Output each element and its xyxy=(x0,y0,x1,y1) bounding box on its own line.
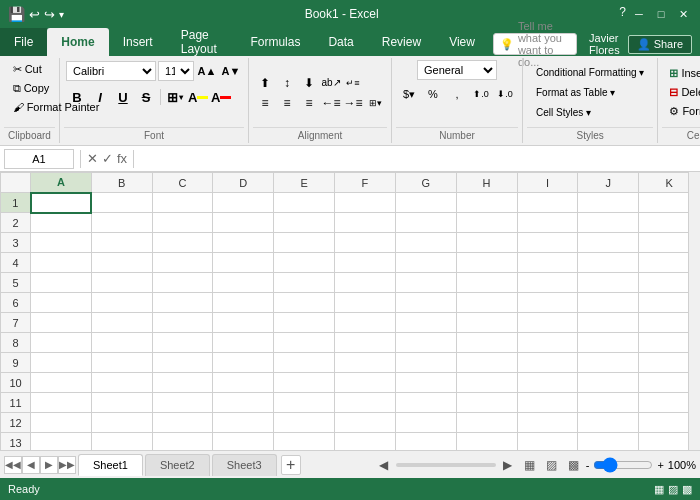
cell-F8[interactable] xyxy=(335,333,396,353)
cell-B12[interactable] xyxy=(91,413,152,433)
col-header-i[interactable]: I xyxy=(517,173,578,193)
cell-C8[interactable] xyxy=(152,333,213,353)
cell-J2[interactable] xyxy=(578,213,639,233)
orientation-button[interactable]: ab↗ xyxy=(321,74,341,92)
name-box[interactable] xyxy=(4,149,74,169)
cell-H10[interactable] xyxy=(456,373,517,393)
cell-D12[interactable] xyxy=(213,413,274,433)
cell-E8[interactable] xyxy=(274,333,335,353)
cell-G7[interactable] xyxy=(395,313,456,333)
quick-access-toolbar[interactable]: 💾 ↩ ↪ ▾ xyxy=(8,6,64,22)
cell-C5[interactable] xyxy=(152,273,213,293)
cell-H13[interactable] xyxy=(456,433,517,451)
cell-A1[interactable] xyxy=(31,193,92,213)
tab-file[interactable]: File xyxy=(0,28,47,56)
cell-J1[interactable] xyxy=(578,193,639,213)
cell-C1[interactable] xyxy=(152,193,213,213)
cell-A3[interactable] xyxy=(31,233,92,253)
cell-A11[interactable] xyxy=(31,393,92,413)
cell-F5[interactable] xyxy=(335,273,396,293)
col-header-g[interactable]: G xyxy=(395,173,456,193)
cell-I6[interactable] xyxy=(517,293,578,313)
vertical-scrollbar[interactable] xyxy=(688,172,700,450)
scroll-left-button[interactable]: ◀ xyxy=(374,455,394,475)
cell-F4[interactable] xyxy=(335,253,396,273)
decrease-font-button[interactable]: A▼ xyxy=(220,60,242,82)
cell-A2[interactable] xyxy=(31,213,92,233)
cell-B8[interactable] xyxy=(91,333,152,353)
cell-G8[interactable] xyxy=(395,333,456,353)
cell-H12[interactable] xyxy=(456,413,517,433)
format-button[interactable]: ⚙ Format ▾ xyxy=(664,103,700,121)
cell-A12[interactable] xyxy=(31,413,92,433)
center-align-button[interactable]: ≡ xyxy=(277,94,297,112)
col-header-f[interactable]: F xyxy=(335,173,396,193)
cell-D13[interactable] xyxy=(213,433,274,451)
cell-A13[interactable] xyxy=(31,433,92,451)
left-align-button[interactable]: ≡ xyxy=(255,94,275,112)
scroll-right-button[interactable]: ▶ xyxy=(498,455,518,475)
cell-A4[interactable] xyxy=(31,253,92,273)
cell-E3[interactable] xyxy=(274,233,335,253)
italic-button[interactable]: I xyxy=(89,86,111,108)
cell-F3[interactable] xyxy=(335,233,396,253)
share-button[interactable]: 👤 Share xyxy=(628,35,692,54)
cell-F1[interactable] xyxy=(335,193,396,213)
page-break-view-button[interactable]: ▩ xyxy=(564,455,584,475)
cell-C10[interactable] xyxy=(152,373,213,393)
currency-button[interactable]: $▾ xyxy=(398,84,420,104)
tell-me-input[interactable]: 💡 Tell me what you want to do... xyxy=(493,33,577,55)
zoom-slider[interactable] xyxy=(593,457,653,473)
cell-F10[interactable] xyxy=(335,373,396,393)
cell-styles-button[interactable]: Cell Styles ▾ xyxy=(529,104,651,122)
cell-B11[interactable] xyxy=(91,393,152,413)
cell-B7[interactable] xyxy=(91,313,152,333)
cell-I2[interactable] xyxy=(517,213,578,233)
add-sheet-button[interactable]: + xyxy=(281,455,301,475)
cell-G12[interactable] xyxy=(395,413,456,433)
cell-E5[interactable] xyxy=(274,273,335,293)
formula-input[interactable] xyxy=(140,153,696,165)
percent-button[interactable]: % xyxy=(422,84,444,104)
increase-decimal-button[interactable]: ⬆.0 xyxy=(470,84,492,104)
cell-I3[interactable] xyxy=(517,233,578,253)
cell-B13[interactable] xyxy=(91,433,152,451)
cell-C3[interactable] xyxy=(152,233,213,253)
cell-G5[interactable] xyxy=(395,273,456,293)
comma-button[interactable]: , xyxy=(446,84,468,104)
redo-icon[interactable]: ↪ xyxy=(44,7,55,22)
cell-I10[interactable] xyxy=(517,373,578,393)
cell-I7[interactable] xyxy=(517,313,578,333)
decrease-decimal-button[interactable]: ⬇.0 xyxy=(494,84,516,104)
cell-H6[interactable] xyxy=(456,293,517,313)
cell-D11[interactable] xyxy=(213,393,274,413)
zoom-out-button[interactable]: - xyxy=(586,459,590,471)
page-layout-view-button[interactable]: ▨ xyxy=(542,455,562,475)
row-header-8[interactable]: 8 xyxy=(1,333,31,353)
decrease-indent-button[interactable]: ←≡ xyxy=(321,94,341,112)
row-header-9[interactable]: 9 xyxy=(1,353,31,373)
cell-I9[interactable] xyxy=(517,353,578,373)
strikethrough-button[interactable]: S xyxy=(135,86,157,108)
insert-function-button[interactable]: fx xyxy=(117,151,127,166)
cell-G2[interactable] xyxy=(395,213,456,233)
undo-icon[interactable]: ↩ xyxy=(29,7,40,22)
row-header-10[interactable]: 10 xyxy=(1,373,31,393)
cell-D5[interactable] xyxy=(213,273,274,293)
cell-A10[interactable] xyxy=(31,373,92,393)
cell-A6[interactable] xyxy=(31,293,92,313)
cell-G6[interactable] xyxy=(395,293,456,313)
row-header-11[interactable]: 11 xyxy=(1,393,31,413)
close-btn[interactable]: ✕ xyxy=(674,5,692,23)
cell-E13[interactable] xyxy=(274,433,335,451)
right-align-button[interactable]: ≡ xyxy=(299,94,319,112)
cell-F9[interactable] xyxy=(335,353,396,373)
underline-button[interactable]: U xyxy=(112,86,134,108)
cell-D4[interactable] xyxy=(213,253,274,273)
col-header-e[interactable]: E xyxy=(274,173,335,193)
cell-C2[interactable] xyxy=(152,213,213,233)
col-header-h[interactable]: H xyxy=(456,173,517,193)
cell-E10[interactable] xyxy=(274,373,335,393)
tab-view[interactable]: View xyxy=(435,28,489,56)
normal-view-button[interactable]: ▦ xyxy=(520,455,540,475)
